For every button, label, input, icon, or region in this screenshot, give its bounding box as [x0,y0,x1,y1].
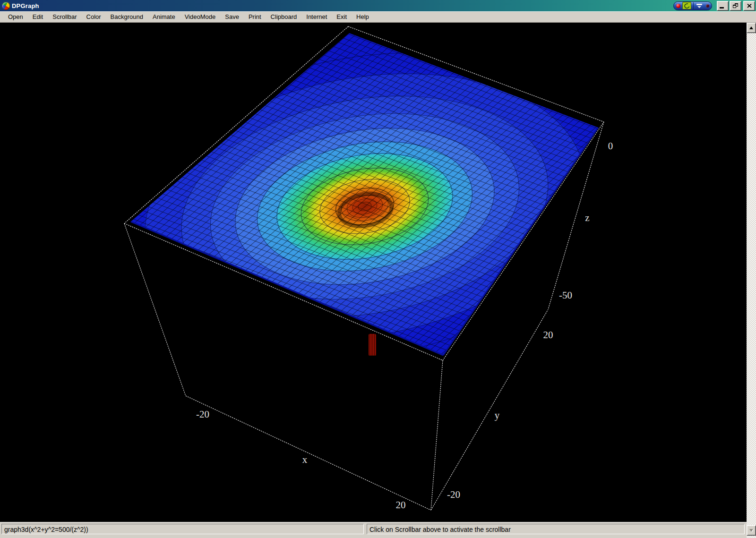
title-bar[interactable]: DPGraph [0,0,756,11]
surface-plot-canvas: 0 z -50 20 y -20 20 x -20 [0,23,747,522]
menu-item-scrollbar[interactable]: Scrollbar [48,12,81,22]
menu-item-exit[interactable]: Exit [332,12,352,22]
z-axis-tick-top: 0 [608,140,613,152]
menu-item-internet[interactable]: Internet [301,12,332,22]
nvidia-tray-widget[interactable] [673,1,712,10]
nvidia-eye-icon [682,2,691,9]
nvidia-dot-icon [706,4,709,8]
vertical-scrollbar[interactable] [747,23,756,538]
menu-item-edit[interactable]: Edit [28,12,48,22]
menu-item-color[interactable]: Color [82,12,106,22]
x-axis-label: x [302,454,308,465]
close-button[interactable] [743,1,755,11]
menu-item-print[interactable]: Print [244,12,266,22]
hint-status-panel: Click on Scrollbar above to activate the… [367,524,745,534]
plot-area[interactable]: 0 z -50 20 y -20 20 x -20 [0,23,747,522]
y-axis-tick-min: -20 [447,489,460,500]
z-axis-label: z [585,212,589,223]
y-axis-tick-max: 20 [543,329,553,341]
scrollbar-track[interactable] [747,23,756,538]
z-axis-tick-bottom: -50 [559,290,572,301]
dpgraph-window: DPGraph Open Edit Scrollbar Color Backgr… [0,0,756,538]
minimize-icon [720,7,724,9]
restore-button[interactable] [730,1,741,11]
menu-item-help[interactable]: Help [352,12,374,22]
menu-item-open[interactable]: Open [3,12,28,22]
scrollbar-up-button[interactable] [747,23,756,33]
nvidia-divider [693,2,694,9]
menu-item-save[interactable]: Save [220,12,244,22]
menu-bar: Open Edit Scrollbar Color Background Ani… [0,11,756,23]
nvidia-dropdown-icon[interactable] [696,4,702,8]
x-axis-tick-min: -20 [196,409,209,420]
formula-status-panel: graph3d(x^2+y^2=500/(z^2)) [1,524,364,534]
window-title: DPGraph [12,2,39,9]
menu-item-clipboard[interactable]: Clipboard [266,12,302,22]
menu-item-animate[interactable]: Animate [148,12,180,22]
menu-item-videomode[interactable]: VideoMode [180,12,221,22]
y-axis-label: y [495,410,500,421]
restore-icon [733,3,738,8]
menu-item-background[interactable]: Background [106,12,148,22]
close-icon [747,4,752,8]
minimize-button[interactable] [717,1,729,11]
window-controls [717,1,755,11]
arrow-down-icon [749,529,753,532]
nvidia-led-icon [676,4,680,8]
arrow-up-icon [749,26,753,29]
funnel-tube [369,334,376,356]
status-bar: graph3d(x^2+y^2=500/(z^2)) Click on Scro… [0,522,747,538]
x-axis-tick-max: 20 [396,499,406,511]
dpgraph-logo-icon [2,2,10,10]
scrollbar-down-button[interactable] [747,525,756,536]
